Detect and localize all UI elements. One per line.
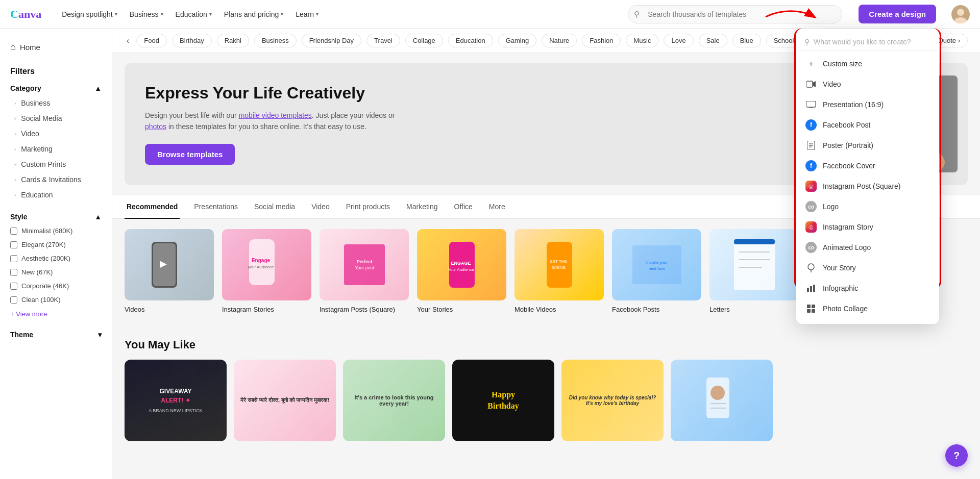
tag-nature[interactable]: Nature bbox=[542, 34, 577, 47]
svg-text:SCENE: SCENE bbox=[551, 265, 566, 270]
tab-recommended[interactable]: Recommended bbox=[125, 195, 180, 219]
template-card-label: Mobile Videos bbox=[514, 306, 556, 313]
style-section: Style ▲ Minimalist (680K) Elegant (270K)… bbox=[0, 208, 112, 321]
filter-education[interactable]: › Education bbox=[0, 187, 112, 203]
like-card-loves-birthday[interactable]: Did you know why today is special? It's … bbox=[561, 360, 664, 441]
tag-friendship-day[interactable]: Friendship Day bbox=[302, 34, 361, 47]
dropdown-logo[interactable]: co Logo bbox=[796, 196, 939, 217]
like-card-giveaway[interactable]: GIVEAWAY ALERT! ✦ A BRAND NEW LIPSTICK bbox=[125, 360, 227, 441]
create-design-dropdown: ⚲ ＋ Custom size Video Presentation (16:9… bbox=[796, 29, 939, 324]
new-checkbox[interactable] bbox=[10, 269, 17, 276]
tag-sale[interactable]: Sale bbox=[699, 34, 727, 47]
like-card-happy-birthday[interactable]: Happy Birthday bbox=[452, 360, 554, 441]
template-card-your-stories[interactable]: ENGAGEYour Audience Your Stories bbox=[417, 229, 506, 314]
style-clean[interactable]: Clean (100K) bbox=[0, 293, 112, 307]
tag-gaming[interactable]: Gaming bbox=[498, 34, 537, 47]
filter-video[interactable]: › Video bbox=[0, 126, 112, 141]
svg-rect-18 bbox=[547, 242, 572, 288]
nav-design-spotlight[interactable]: Design spotlight ▾ bbox=[57, 7, 122, 21]
tag-rakhi[interactable]: Rakhi bbox=[217, 34, 249, 47]
svg-point-1 bbox=[957, 9, 964, 16]
aesthetic-checkbox[interactable] bbox=[10, 255, 17, 262]
search-input[interactable] bbox=[628, 5, 842, 23]
dropdown-photo-collage[interactable]: Photo Collage bbox=[796, 298, 939, 319]
svg-text:your Audience: your Audience bbox=[248, 265, 274, 269]
nav-business[interactable]: Business ▾ bbox=[125, 7, 168, 21]
filter-business[interactable]: › Business bbox=[0, 95, 112, 111]
style-section-title[interactable]: Style ▲ bbox=[0, 208, 112, 224]
user-avatar[interactable] bbox=[951, 5, 970, 23]
tag-business[interactable]: Business bbox=[254, 34, 297, 47]
tag-music[interactable]: Music bbox=[626, 34, 658, 47]
dropdown-infographic[interactable]: Infographic bbox=[796, 278, 939, 298]
tab-presentations[interactable]: Presentations bbox=[192, 195, 240, 219]
corporate-checkbox[interactable] bbox=[10, 283, 17, 290]
minimalist-checkbox[interactable] bbox=[10, 228, 17, 235]
template-card-label: Videos bbox=[125, 306, 145, 313]
story-icon bbox=[805, 262, 817, 273]
clean-checkbox[interactable] bbox=[10, 296, 17, 304]
tag-birthday[interactable]: Birthday bbox=[172, 34, 212, 47]
dropdown-instagram-post[interactable]: ◎ Instagram Post (Square) bbox=[796, 176, 939, 196]
dropdown-video[interactable]: Video bbox=[796, 74, 939, 94]
dropdown-custom-size[interactable]: ＋ Custom size bbox=[796, 54, 939, 74]
filter-cards-invitations[interactable]: › Cards & Invitations bbox=[0, 172, 112, 187]
tag-food[interactable]: Food bbox=[136, 34, 167, 47]
filter-custom-prints[interactable]: › Custom Prints bbox=[0, 157, 112, 172]
tab-video[interactable]: Video bbox=[309, 195, 332, 219]
help-button[interactable]: ? bbox=[945, 444, 968, 467]
tab-office[interactable]: Office bbox=[452, 195, 475, 219]
dropdown-search-input[interactable] bbox=[814, 38, 931, 46]
template-card-videos[interactable]: ▶ Videos bbox=[125, 229, 214, 314]
mobile-video-link[interactable]: mobile video templates bbox=[239, 111, 312, 119]
tag-blue[interactable]: Blue bbox=[732, 34, 761, 47]
dropdown-instagram-story[interactable]: ◎ Instagram Story bbox=[796, 217, 939, 237]
template-card-insta-stories[interactable]: Engageyour Audience Instagram Stories bbox=[222, 229, 311, 314]
svg-text:Perfect: Perfect bbox=[356, 259, 372, 264]
like-card-birthday-hindi[interactable]: मेरे सबसे प्यारे दोस्त, बूनो को जन्मदिन … bbox=[234, 360, 336, 441]
svg-rect-54 bbox=[807, 309, 811, 313]
dropdown-facebook-post[interactable]: f Facebook Post bbox=[796, 115, 939, 135]
dropdown-animated-logo[interactable]: co Animated Logo bbox=[796, 237, 939, 258]
sidebar-home[interactable]: ⌂ Home bbox=[0, 38, 112, 57]
tag-fashion[interactable]: Fashion bbox=[582, 34, 621, 47]
like-card-young[interactable]: It's a crime to look this young every ye… bbox=[343, 360, 445, 441]
style-new[interactable]: New (67K) bbox=[0, 265, 112, 279]
theme-section[interactable]: Theme ▾ bbox=[0, 325, 112, 342]
like-card-extra[interactable] bbox=[671, 360, 773, 441]
category-section[interactable]: Category ▲ bbox=[0, 79, 112, 95]
dropdown-your-story[interactable]: Your Story bbox=[796, 258, 939, 278]
nav-learn[interactable]: Learn ▾ bbox=[290, 7, 324, 21]
browse-templates-button[interactable]: Browse templates bbox=[145, 144, 235, 165]
nav-education[interactable]: Education ▾ bbox=[170, 7, 217, 21]
style-minimalist[interactable]: Minimalist (680K) bbox=[0, 224, 112, 238]
dropdown-presentation[interactable]: Presentation (16:9) bbox=[796, 94, 939, 115]
tab-more[interactable]: More bbox=[487, 195, 507, 219]
elegant-checkbox[interactable] bbox=[10, 241, 17, 248]
tab-social-media[interactable]: Social media bbox=[252, 195, 297, 219]
dropdown-poster[interactable]: Poster (Portrait) bbox=[796, 135, 939, 156]
canva-logo[interactable]: Canva bbox=[10, 8, 41, 21]
create-design-button[interactable]: Create a design bbox=[859, 5, 936, 23]
filter-marketing[interactable]: › Marketing bbox=[0, 141, 112, 157]
style-aesthetic[interactable]: Aesthetic (200K) bbox=[0, 251, 112, 265]
tags-prev-icon[interactable]: ‹ bbox=[125, 36, 131, 45]
svg-point-47 bbox=[808, 264, 814, 270]
style-corporate[interactable]: Corporate (46K) bbox=[0, 279, 112, 293]
tab-marketing[interactable]: Marketing bbox=[404, 195, 439, 219]
template-card-insta-posts[interactable]: PerfectYour post Instagram Posts (Square… bbox=[320, 229, 409, 314]
tab-print-products[interactable]: Print products bbox=[344, 195, 392, 219]
tag-education[interactable]: Education bbox=[448, 34, 493, 47]
dropdown-facebook-cover[interactable]: f Facebook Cover bbox=[796, 156, 939, 176]
template-card-facebook-posts[interactable]: Inspire yourbest fans Facebook Posts bbox=[612, 229, 701, 314]
style-elegant[interactable]: Elegant (270K) bbox=[0, 238, 112, 251]
template-card-letters[interactable]: Letters bbox=[709, 229, 799, 314]
filter-social-media[interactable]: › Social Media bbox=[0, 111, 112, 126]
tag-collage[interactable]: Collage bbox=[405, 34, 443, 47]
view-more-styles[interactable]: + View more bbox=[0, 307, 112, 321]
template-card-mobile-videos[interactable]: SET THESCENE Mobile Videos bbox=[514, 229, 604, 314]
tag-travel[interactable]: Travel bbox=[366, 34, 400, 47]
nav-plans-pricing[interactable]: Plans and pricing ▾ bbox=[219, 7, 288, 21]
tag-love[interactable]: Love bbox=[664, 34, 693, 47]
photos-link[interactable]: photos bbox=[145, 122, 166, 131]
